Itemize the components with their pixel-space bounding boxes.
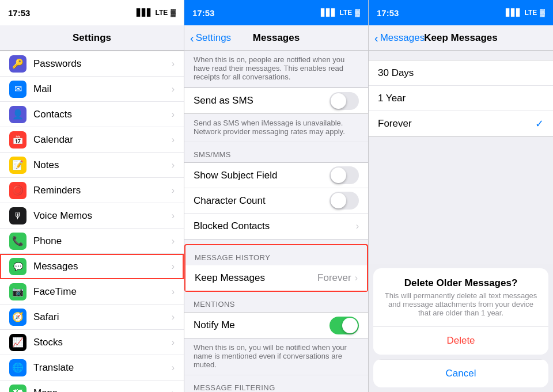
chevron-icon-voicememos: ›	[172, 211, 175, 221]
send-as-sms-description: Send as SMS when iMessage is unavailable…	[184, 114, 368, 142]
voicememos-icon: 🎙	[9, 207, 26, 224]
sidebar-item-facetime[interactable]: 📷 FaceTime ›	[0, 279, 184, 305]
status-time-mid: 17:53	[192, 8, 214, 18]
messages-label: Messages	[33, 261, 172, 272]
phone-label: Phone	[33, 235, 172, 247]
settings-group-main: 🔑 Passwords › ✉ Mail › 👤 Contacts › 📅 Ca…	[0, 51, 184, 392]
chevron-icon-phone: ›	[172, 236, 175, 246]
translate-label: Translate	[33, 362, 172, 374]
keep-messages-options-wrapper: 30 Days 1 Year Forever ✓	[369, 60, 553, 137]
notes-label: Notes	[33, 159, 172, 171]
maps-icon: 🗺	[9, 385, 26, 393]
lte-label-left: LTE	[155, 9, 168, 17]
mentions-header: MENTIONS	[184, 292, 368, 312]
chevron-icon-translate: ›	[172, 363, 175, 373]
sidebar-item-mail[interactable]: ✉ Mail ›	[0, 77, 184, 102]
notes-icon: 📝	[9, 157, 26, 174]
nav-bar-right: ‹ Messages Keep Messages	[369, 25, 553, 51]
nav-title-right: Keep Messages	[424, 32, 498, 44]
chevron-icon-maps: ›	[172, 388, 175, 393]
nav-bar-mid: ‹ Settings Messages	[184, 25, 368, 51]
sidebar-item-messages[interactable]: 💬 Messages ›	[0, 254, 184, 279]
signal-icon-mid: ▋▋▋	[321, 9, 336, 17]
sidebar-item-calendar[interactable]: 📅 Calendar ›	[0, 127, 184, 153]
sidebar-item-contacts[interactable]: 👤 Contacts ›	[0, 102, 184, 127]
send-as-sms-row[interactable]: Send as SMS	[184, 88, 368, 113]
show-subject-field-toggle[interactable]	[329, 166, 359, 184]
keep-messages-value: Forever	[317, 272, 351, 284]
show-subject-field-row[interactable]: Show Subject Field	[184, 163, 368, 188]
sms-mms-group: Show Subject Field Character Count Block…	[184, 162, 368, 239]
delete-button[interactable]: Delete	[373, 326, 548, 355]
keep-messages-row-mid[interactable]: Keep Messages Forever ›	[184, 265, 368, 292]
keep-messages-options-group: 30 Days 1 Year Forever ✓	[369, 60, 553, 137]
send-as-sms-toggle[interactable]	[329, 92, 359, 110]
chevron-icon-stocks: ›	[172, 337, 175, 348]
option-1-year-label: 1 Year	[378, 93, 544, 104]
calendar-label: Calendar	[33, 134, 172, 146]
sidebar-item-translate[interactable]: 🌐 Translate ›	[0, 355, 184, 380]
messages-icon: 💬	[9, 258, 26, 275]
dialog-title: Delete Older Messages?	[373, 268, 548, 291]
battery-icon-left: ▓	[171, 9, 176, 17]
lte-label-right: LTE	[524, 9, 537, 17]
sidebar-item-notes[interactable]: 📝 Notes ›	[0, 153, 184, 178]
sidebar-item-reminders[interactable]: ⭕ Reminders ›	[0, 178, 184, 203]
nav-title-left: Settings	[73, 32, 111, 44]
sidebar-item-maps[interactable]: 🗺 Maps ›	[0, 380, 184, 392]
chevron-icon-notes: ›	[172, 160, 175, 170]
nav-bar-left: Settings	[0, 25, 184, 51]
dialog-message: This will permanently delete all text me…	[373, 291, 548, 326]
nav-title-mid: Messages	[253, 32, 300, 44]
messages-panel: 17:53 ▋▋▋ LTE ▓ ‹ Settings Messages When…	[184, 0, 369, 392]
chevron-icon-blocked: ›	[356, 221, 359, 231]
character-count-toggle[interactable]	[329, 192, 359, 210]
sidebar-item-stocks[interactable]: 📈 Stocks ›	[0, 330, 184, 355]
reminders-label: Reminders	[33, 185, 172, 196]
back-button-right[interactable]: ‹ Messages	[374, 32, 425, 44]
blocked-contacts-row[interactable]: Blocked Contacts ›	[184, 214, 368, 239]
signal-icon-left: ▋▋▋	[137, 9, 152, 17]
status-bar-mid: 17:53 ▋▋▋ LTE ▓	[184, 0, 368, 25]
delete-dialog-box: Delete Older Messages? This will permane…	[373, 268, 548, 355]
contacts-label: Contacts	[33, 109, 172, 120]
option-30-days[interactable]: 30 Days	[369, 60, 553, 86]
status-right-right: ▋▋▋ LTE ▓	[506, 9, 545, 17]
messages-settings-list: When this is on, people are notified whe…	[184, 51, 368, 392]
maps-label: Maps	[33, 387, 172, 393]
show-subject-field-label: Show Subject Field	[194, 170, 329, 181]
chevron-icon-safari: ›	[172, 312, 175, 322]
chevron-icon-contacts: ›	[172, 109, 175, 120]
option-forever-label: Forever	[378, 118, 535, 130]
status-bar-right: 17:53 ▋▋▋ LTE ▓	[369, 0, 553, 25]
chevron-icon-facetime: ›	[172, 287, 175, 297]
sidebar-item-passwords[interactable]: 🔑 Passwords ›	[0, 51, 184, 77]
notify-me-toggle[interactable]	[329, 317, 359, 334]
chevron-icon-messages: ›	[172, 261, 175, 272]
send-as-sms-group: Send as SMS	[184, 87, 368, 114]
reminders-icon: ⭕	[9, 182, 26, 199]
back-label-mid: Settings	[196, 32, 231, 44]
safari-icon: 🧭	[9, 309, 26, 326]
mail-label: Mail	[33, 83, 172, 95]
option-1-year[interactable]: 1 Year	[369, 86, 553, 111]
keep-messages-setting-row[interactable]: Keep Messages Forever ›	[185, 265, 367, 291]
blocked-contacts-label: Blocked Contacts	[194, 220, 356, 232]
back-button-mid[interactable]: ‹ Settings	[190, 32, 231, 44]
keep-messages-label-mid: Keep Messages	[195, 272, 317, 284]
cancel-button[interactable]: Cancel	[373, 359, 548, 387]
option-forever[interactable]: Forever ✓	[369, 111, 553, 136]
status-bar-left: 17:53 ▋▋▋ LTE ▓	[0, 0, 184, 25]
sidebar-item-safari[interactable]: 🧭 Safari ›	[0, 305, 184, 330]
passwords-icon: 🔑	[9, 55, 26, 73]
sms-mms-header: SMS/MMS	[184, 142, 368, 162]
option-30-days-label: 30 Days	[378, 67, 544, 79]
character-count-row[interactable]: Character Count	[184, 188, 368, 214]
mail-icon: ✉	[9, 81, 26, 98]
notify-me-row[interactable]: Notify Me	[184, 313, 368, 338]
phone-icon: 📞	[9, 233, 26, 250]
message-filtering-header: MESSAGE FILTERING	[184, 375, 368, 392]
stocks-label: Stocks	[33, 337, 172, 348]
sidebar-item-phone[interactable]: 📞 Phone ›	[0, 229, 184, 254]
sidebar-item-voicememos[interactable]: 🎙 Voice Memos ›	[0, 203, 184, 229]
